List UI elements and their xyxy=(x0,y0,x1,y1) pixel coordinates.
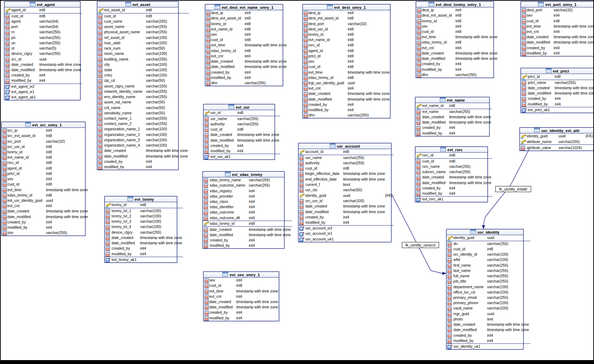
column-row-cust_name[interactable]: cust_namevarchar(255) xyxy=(97,19,189,24)
column-row-department_name[interactable]: department_namevarchar(100) xyxy=(447,284,530,289)
column-row-modified_by[interactable]: modified_byint4 xyxy=(203,243,292,248)
table-evt_src_smry_1[interactable]: evt_src_smry_1src_ipint4src_evt_asset_id… xyxy=(1,122,85,236)
column-row-evt_time[interactable]: evt_timetimestamp with time zone xyxy=(416,34,498,40)
column-row-modified_by[interactable]: modified_byint4 xyxy=(415,191,492,197)
table-header[interactable]: evt_dest_evt_name_smry_1 xyxy=(205,5,283,10)
column-row-date_modified[interactable]: date_modifiedtimestamp with time zone xyxy=(521,40,594,45)
column-row-evt_time[interactable]: evt_timetimestamp with time zone xyxy=(2,187,89,192)
column-row-created_by[interactable]: created_byint4 xyxy=(97,159,189,164)
column-row-evt_time[interactable]: evt_timetimestamp with time zone xyxy=(205,42,288,48)
column-row-date_created[interactable]: date_createdtimestamp with time zone xyxy=(97,148,189,153)
column-row-agent_id[interactable]: PKagent_idint8 xyxy=(5,7,82,13)
table-header[interactable]: evt_asset xyxy=(97,2,178,7)
column-row-evt_cnt[interactable]: evt_cntint4 xyxy=(416,45,498,51)
column-row-agent_id[interactable]: agent_idint8 xyxy=(2,166,89,171)
table-header[interactable]: evt_txnmy xyxy=(105,197,177,202)
index-row-evt_agent_ix1[interactable]: evt_agent_ix1 xyxy=(5,89,82,95)
column-row-evt_cnt[interactable]: evt_cntint4 xyxy=(204,294,279,299)
column-row-modified_by[interactable]: modified_byint4 xyxy=(105,251,183,257)
index-row-evt_txnmy_ak1[interactable]: evt_txnmy_ak1 xyxy=(105,257,183,262)
table-evt_dest_txnmy_smry_1[interactable]: evt_dest_txnmy_smry_1dest_ipint4dest_evt… xyxy=(416,1,494,78)
table-evt_rsrc[interactable]: evt_rsrcPKrsrc_idint8cust_idint8rsrc_nam… xyxy=(415,147,488,202)
column-row-init_usr_identity_guid[interactable]: init_usr_identity_guiduuid xyxy=(2,198,89,203)
column-row-dhn[interactable]: dhnvarchar(255) xyxy=(205,80,288,86)
column-row-subrsrc_name[interactable]: subrsrc_namevarchar(255) xyxy=(415,169,492,175)
table-usr_account[interactable]: usr_accountPKaccount_idint8usr_namevarch… xyxy=(298,143,391,242)
column-row-modified_by[interactable]: modified_byint4 xyxy=(447,338,530,344)
column-row-evt_time[interactable]: evt_timetimestamp with time zone xyxy=(303,69,391,75)
column-row-xdas_txnmy_id[interactable]: xdas_txnmy_idint8 xyxy=(416,40,498,45)
column-row-sev[interactable]: sevint4 xyxy=(303,59,391,64)
column-row-src_id[interactable]: src_iduuid xyxy=(5,56,82,62)
column-row-rack_num[interactable]: rack_numvarchar(50) xyxy=(97,46,189,51)
column-row-usr_name[interactable]: usr_namevarchar(255) xyxy=(299,155,394,160)
table-header[interactable]: evt_agent xyxy=(5,2,80,7)
column-row-dest_evt_asset_id[interactable]: dest_evt_asset_idint8 xyxy=(303,16,391,21)
column-row-asset_val_name[interactable]: asset_val_namevarchar(50) xyxy=(97,99,189,105)
column-row-st[interactable]: stvarchar(5) xyxy=(5,46,82,51)
column-row-date_created[interactable]: date_createdtimestamp with time zone xyxy=(415,114,492,120)
column-row-date_modified[interactable]: date_modifiedtimestamp with time zone xyxy=(105,240,183,246)
column-row-xdas_identifier[interactable]: xdas_identifierint4 xyxy=(203,204,292,210)
column-row-evt_cnt[interactable]: evt_cntint4 xyxy=(205,53,288,59)
column-row-sev[interactable]: sevint4 xyxy=(521,13,594,18)
column-row-txnmy_lvl_3[interactable]: txnmy_lvl_3varchar(100) xyxy=(105,219,183,224)
column-row-rsrc_id[interactable]: rsrc_idint8 xyxy=(303,42,391,48)
column-row-modified_by[interactable]: modified_byint4 xyxy=(299,220,394,226)
column-row-src_identity_id[interactable]: src_identity_idvarchar(100) xyxy=(447,252,530,257)
column-row-authority[interactable]: authorityvarchar(255) xyxy=(299,160,394,166)
column-row-date_created[interactable]: date_createdtimestamp with time zone xyxy=(415,175,492,180)
column-row-trgt_usr_identity_guid[interactable]: trgt_usr_identity_guiduuid xyxy=(303,80,391,86)
column-row-primary_email[interactable]: primary_emailvarchar(255) xyxy=(447,295,530,300)
column-row-shn[interactable]: shnvarchar(255) xyxy=(2,230,89,235)
column-row-authority[interactable]: authorityvarchar(255) xyxy=(204,121,280,127)
column-row-sev[interactable]: sevint4 xyxy=(2,176,89,182)
column-row-modified_by[interactable]: modified_byint4 xyxy=(2,225,89,230)
table-evt_asset[interactable]: evt_assetPKevt_asset_idint8cust_idint8cu… xyxy=(97,1,179,170)
column-row-txnmy_lvl_4[interactable]: txnmy_lvl_4varchar(100) xyxy=(105,224,183,229)
column-row-agent[interactable]: agentvarchar(64) xyxy=(5,19,82,24)
column-row-usr_id[interactable]: PKusr_idint8 xyxy=(204,110,280,116)
column-row-xdas_outcome[interactable]: xdas_outcomeint4 xyxy=(203,210,292,215)
column-row-modified_by[interactable]: modified_byint4 xyxy=(521,102,594,107)
column-row-date_created[interactable]: date_createdtimestamp with time zone xyxy=(204,132,280,137)
column-row-txnmy_id[interactable]: PKtxnmy_idint8 xyxy=(105,202,183,208)
column-row-last_name[interactable]: last_namevarchar(255) xyxy=(447,268,530,273)
column-row-date_created[interactable]: date_createdtimestamp with time zone xyxy=(416,51,498,56)
column-row-date_created[interactable]: date_createdtimestamp with time zone xyxy=(205,59,288,64)
column-row-evt_time[interactable]: evt_timetimestamp with time zone xyxy=(204,288,279,294)
column-row-modified_by[interactable]: modified_byint4 xyxy=(415,131,492,136)
index-row-usr_account_uk1[interactable]: usr_account_uk1 xyxy=(299,237,394,242)
column-row-created_by[interactable]: created_byint4 xyxy=(415,186,492,191)
column-row-sn[interactable]: snvarchar(255) xyxy=(5,40,82,46)
column-row-rsrc_name[interactable]: rsrc_namevarchar(255) xyxy=(415,164,492,169)
column-row-evt_cnt[interactable]: evt_cntint4 xyxy=(2,203,89,209)
column-row-sev[interactable]: sevint4 xyxy=(204,278,279,283)
column-row-env_identity_name[interactable]: env_identity_namevarchar(255) xyxy=(97,94,189,99)
column-row-dest_ip[interactable]: dest_ipint4 xyxy=(303,10,391,16)
column-row-pn[interactable]: pnvarchar(255) xyxy=(5,35,82,40)
column-row-cust_id[interactable]: cust_idint8 xyxy=(521,18,594,23)
table-evt_xdas_txnmy[interactable]: evt_xdas_txnmyxdas_txnmy_namevarchar(255… xyxy=(203,171,284,249)
column-row-zip_cd[interactable]: zip_cdvarchar(50) xyxy=(97,78,189,83)
column-row-contact_name_2[interactable]: contact_name_2varchar(255) xyxy=(97,121,189,126)
column-row-txnmy_id[interactable]: txnmy_idint8 xyxy=(416,18,498,23)
column-row-date_modified[interactable]: date_modifiedtimestamp with time zone xyxy=(521,91,594,96)
column-row-primary_phone[interactable]: primary_phonevarchar(100) xyxy=(447,300,530,306)
column-row-ref_asset_id[interactable]: ref_asset_idvarchar(100) xyxy=(97,35,189,40)
table-header[interactable]: evt_rsrc xyxy=(415,147,487,153)
table-header[interactable]: evt_dest_smry_1 xyxy=(303,5,390,10)
column-row-xdas_txnmy_id[interactable]: xdas_txnmy_idint8 xyxy=(2,193,89,198)
column-row-physical_asset_name[interactable]: physical_asset_namevarchar(255) xyxy=(97,29,189,35)
column-row-rsrc_id[interactable]: PKrsrc_idint8 xyxy=(415,153,492,158)
column-row-date_created[interactable]: date_createdtimestamp with time zone xyxy=(5,62,82,67)
column-row-organization_name_1[interactable]: organization_name_1varchar(100) xyxy=(97,126,189,132)
column-row-date_modified[interactable]: date_modifiedtimestamp with time zone xyxy=(5,67,82,73)
column-row-date_modified[interactable]: date_modifiedtimestamp with time zone xyxy=(2,214,89,220)
column-row-city[interactable]: cityvarchar(100) xyxy=(97,62,189,67)
column-row-created_by[interactable]: created_byint4 xyxy=(303,102,391,107)
column-row-modified_by[interactable]: modified_byint4 xyxy=(205,75,288,80)
table-header[interactable]: evt_prtcl xyxy=(521,68,594,74)
column-row-txnmy_id[interactable]: txnmy_idint8 xyxy=(2,149,89,155)
column-row-xdas_txnmy_id[interactable]: PKxdas_txnmy_idint8 xyxy=(203,221,292,227)
